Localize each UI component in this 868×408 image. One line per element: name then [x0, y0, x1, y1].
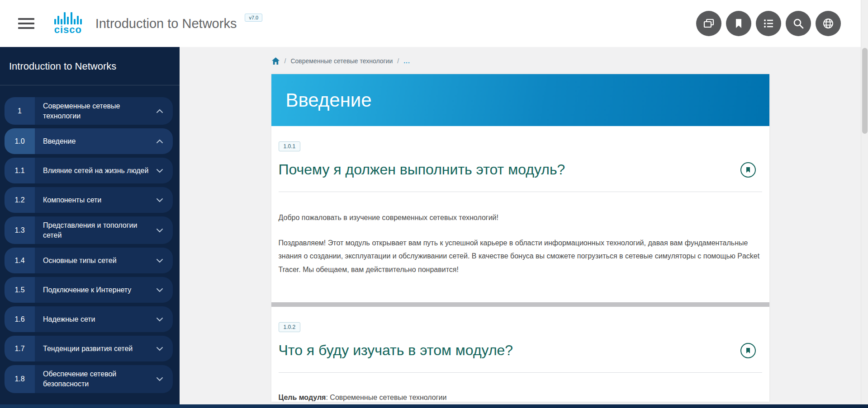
sidebar-item-1-3[interactable]: 1.3 Представления и топологии сетей — [5, 216, 173, 244]
item-label: Тенденции развития сетей — [43, 344, 151, 354]
sidebar-item-1-7[interactable]: 1.7 Тенденции развития сетей — [5, 336, 173, 361]
goal-label: Цель модуля — [279, 394, 326, 401]
item-label: Влияние сетей на жизнь людей — [43, 166, 151, 176]
top-header: cisco Introduction to Networks v7.0 — [0, 0, 861, 47]
home-icon[interactable] — [271, 57, 280, 65]
chevron-down-icon[interactable] — [155, 344, 165, 354]
footer-bar — [0, 404, 868, 408]
vertical-scrollbar[interactable] — [861, 0, 868, 408]
section-heading: Почему я должен выполнить этот модуль? — [279, 161, 565, 178]
windows-button[interactable] — [696, 11, 721, 36]
banner-title: Введение — [271, 89, 372, 111]
section-badge: 1.0.1 — [279, 141, 301, 151]
chevron-down-icon[interactable] — [155, 374, 165, 384]
bookmark-icon — [745, 166, 751, 174]
course-sidebar: Introduction to Networks 1 Современные с… — [0, 47, 180, 408]
course-title: Introduction to Networks — [95, 16, 237, 31]
chevron-up-icon[interactable] — [155, 106, 165, 116]
globe-icon — [821, 17, 835, 30]
item-number: 1.2 — [5, 187, 35, 213]
main-content-area: / Современные сетевые технологии / ... В… — [180, 47, 861, 408]
breadcrumb-ellipsis[interactable]: ... — [403, 57, 410, 65]
item-number: 1 — [5, 97, 35, 125]
item-number: 1.6 — [5, 306, 35, 332]
heading-divider — [279, 372, 762, 373]
bookmarks-button[interactable] — [726, 11, 751, 36]
bookmark-section-button[interactable] — [740, 343, 756, 358]
sidebar-item-1-6[interactable]: 1.6 Надежные сети — [5, 306, 173, 332]
item-number: 1.0 — [5, 128, 35, 154]
chevron-down-icon[interactable] — [155, 285, 165, 295]
search-button[interactable] — [786, 11, 811, 36]
paragraph: Поздравляем! Этот модуль открывает вам п… — [279, 236, 762, 277]
item-label: Основные типы сетей — [43, 256, 151, 266]
item-label: Компоненты сети — [43, 195, 151, 205]
item-number: 1.4 — [5, 248, 35, 273]
breadcrumb-separator: / — [285, 57, 286, 65]
module-goal: Цель модуля: Современные сетевые техноло… — [279, 394, 762, 402]
item-number: 1.8 — [5, 365, 35, 393]
sidebar-item-1-0[interactable]: 1.0 Введение — [5, 128, 173, 154]
item-label: Надежные сети — [43, 314, 151, 324]
item-number: 1.5 — [5, 277, 35, 303]
windows-icon — [702, 17, 716, 30]
breadcrumb: / Современные сетевые технологии / ... — [271, 57, 769, 65]
sidebar-item-1-2[interactable]: 1.2 Компоненты сети — [5, 187, 173, 213]
bookmark-icon — [732, 17, 745, 30]
sidebar-item-1-4[interactable]: 1.4 Основные типы сетей — [5, 248, 173, 273]
table-of-contents-button[interactable] — [756, 11, 781, 36]
item-label: Обеспечение сетевой безопасности — [43, 369, 151, 389]
paragraph: Добро пожаловать в изучение современных … — [279, 211, 762, 225]
version-badge: v7.0 — [245, 14, 262, 22]
content-card: Введение 1.0.1 Почему я должен выполнить… — [271, 74, 769, 402]
item-label: Современные сетевые технологии — [43, 101, 151, 121]
hamburger-menu-icon[interactable] — [18, 15, 34, 32]
chevron-down-icon[interactable] — [155, 314, 165, 324]
item-number: 1.3 — [5, 216, 35, 244]
module-nav: 1 Современные сетевые технологии 1.0 Вве… — [0, 85, 180, 393]
goal-text: : Современные сетевые технологии — [326, 394, 446, 401]
language-button[interactable] — [816, 11, 841, 36]
chevron-up-icon[interactable] — [155, 136, 165, 146]
chevron-down-icon[interactable] — [155, 256, 165, 266]
cisco-logo[interactable]: cisco — [53, 12, 83, 35]
cisco-logo-word: cisco — [54, 25, 82, 35]
section-heading: Что я буду изучать в этом модуле? — [279, 342, 513, 359]
chevron-down-icon[interactable] — [155, 195, 165, 205]
search-icon — [792, 17, 805, 30]
chevron-down-icon[interactable] — [155, 225, 165, 235]
scrollbar-thumb[interactable] — [862, 48, 868, 134]
sidebar-item-1-8[interactable]: 1.8 Обеспечение сетевой безопасности — [5, 365, 173, 393]
sidebar-item-1-1[interactable]: 1.1 Влияние сетей на жизнь людей — [5, 158, 173, 183]
section-divider-bar — [271, 302, 769, 307]
section-badge: 1.0.2 — [279, 322, 301, 332]
chevron-down-icon[interactable] — [155, 166, 165, 176]
item-number: 1.7 — [5, 336, 35, 361]
item-label: Представления и топологии сетей — [43, 220, 151, 240]
item-number: 1.1 — [5, 158, 35, 183]
sidebar-course-title: Introduction to Networks — [0, 47, 180, 85]
section-1-0-1: 1.0.1 Почему я должен выполнить этот мод… — [271, 126, 769, 302]
breadcrumb-separator: / — [397, 57, 399, 65]
sidebar-item-1[interactable]: 1 Современные сетевые технологии — [5, 97, 173, 125]
breadcrumb-link-module[interactable]: Современные сетевые технологии — [290, 57, 393, 65]
module-banner: Введение — [271, 74, 769, 126]
bookmark-section-button[interactable] — [740, 162, 756, 178]
section-1-0-2: 1.0.2 Что я буду изучать в этом модуле? … — [271, 307, 769, 402]
item-label: Подключение к Интернету — [43, 285, 151, 295]
heading-divider — [279, 192, 762, 192]
item-label: Введение — [43, 136, 151, 146]
sidebar-item-1-5[interactable]: 1.5 Подключение к Интернету — [5, 277, 173, 303]
list-icon — [762, 17, 775, 30]
cisco-logo-bars-icon — [53, 12, 83, 24]
bookmark-icon — [745, 347, 751, 354]
